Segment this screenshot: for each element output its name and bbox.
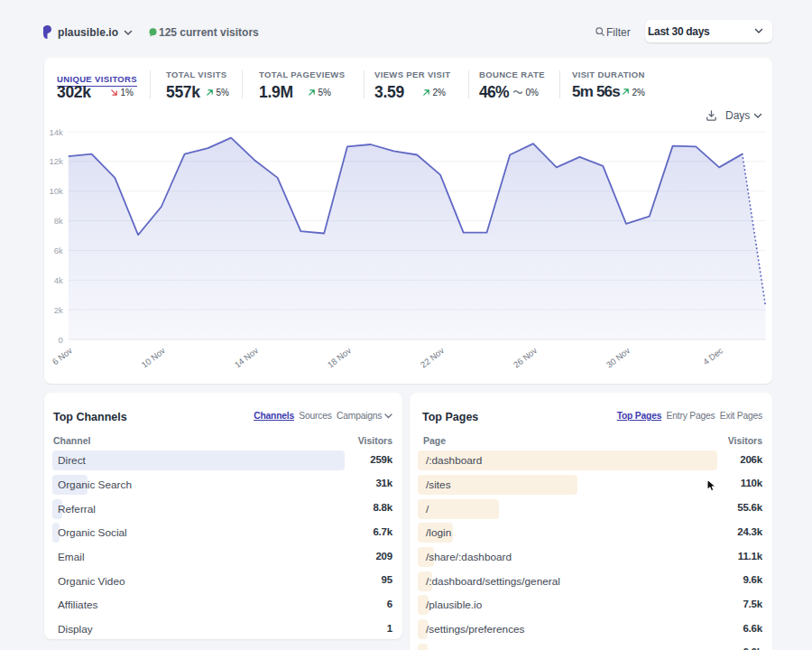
svg-text:0: 0: [59, 335, 63, 345]
svg-text:22 Nov: 22 Nov: [419, 345, 447, 369]
svg-text:10 Nov: 10 Nov: [140, 345, 168, 369]
svg-text:14k: 14k: [49, 127, 63, 137]
svg-text:4k: 4k: [54, 275, 63, 285]
svg-text:4 Dec: 4 Dec: [701, 345, 725, 367]
svg-text:12k: 12k: [49, 156, 63, 166]
svg-text:26 Nov: 26 Nov: [512, 345, 540, 369]
svg-text:2k: 2k: [54, 305, 63, 315]
svg-text:30 Nov: 30 Nov: [604, 345, 632, 369]
svg-text:18 Nov: 18 Nov: [326, 345, 354, 369]
svg-text:14 Nov: 14 Nov: [233, 345, 261, 369]
svg-text:8k: 8k: [54, 216, 63, 226]
svg-text:6 Nov: 6 Nov: [51, 345, 75, 367]
svg-text:6k: 6k: [54, 246, 63, 255]
svg-text:10k: 10k: [49, 186, 63, 196]
